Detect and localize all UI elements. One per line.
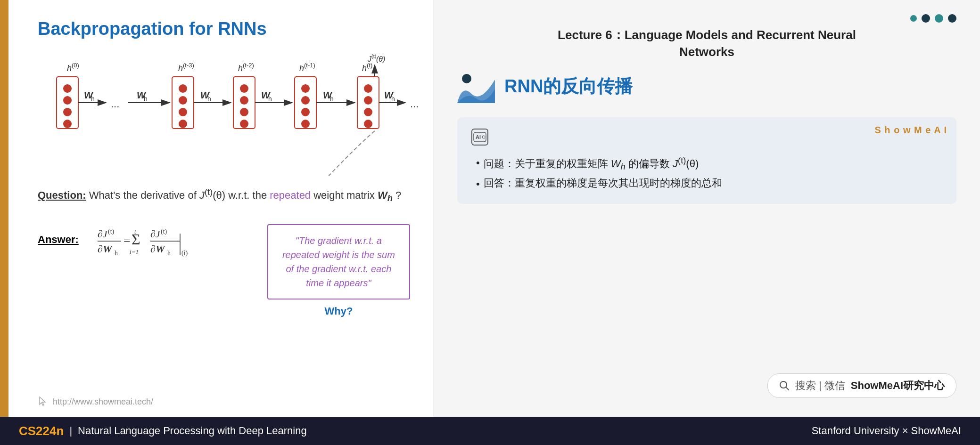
svg-text:h: h: [268, 95, 272, 103]
svg-text:(t): (t): [108, 228, 115, 235]
footer-url: http://www.showmeai.tech/: [53, 397, 153, 407]
repeated-word: repeated: [270, 189, 311, 201]
svg-text:h: h: [178, 64, 183, 73]
question-text: Question: What's the derivative of J(t)(…: [38, 185, 410, 205]
cursor-icon: [38, 396, 49, 407]
svg-text:(t-1): (t-1): [304, 62, 315, 69]
svg-point-33: [301, 120, 310, 128]
dot-dark1: [922, 14, 930, 23]
answer-section: Answer: ∂J (t) ∂W h = t Σ i=1 ∂J (t): [38, 219, 410, 317]
svg-point-18: [63, 120, 72, 128]
dot-teal1: [935, 14, 943, 23]
rnn-cn-title: RNN的反向传播: [504, 74, 633, 98]
lecture-header: Lecture 6：Language Models and Recurrent …: [457, 26, 956, 61]
bottom-bar: CS224n | Natural Language Processing wit…: [0, 417, 980, 445]
svg-text:(t-2): (t-2): [243, 62, 254, 69]
formula-svg: ∂J (t) ∂W h = t Σ i=1 ∂J (t) ∂W h: [98, 223, 248, 266]
svg-point-28: [240, 120, 248, 128]
svg-text:∂J: ∂J: [98, 228, 108, 240]
bottom-left: CS224n | Natural Language Processing wit…: [19, 424, 307, 438]
cs-label: CS224n: [19, 424, 64, 438]
svg-point-26: [240, 96, 248, 105]
search-bar[interactable]: 搜索 | 微信 ShowMeAI研究中心: [767, 373, 956, 398]
svg-text:(0): (0): [72, 62, 79, 69]
svg-text:h: h: [91, 95, 95, 103]
answer-label: Answer:: [38, 234, 79, 246]
svg-point-15: [63, 84, 72, 93]
bullet-item-1: • 问题：关于重复的权重矩阵 Wh 的偏导数 J(t)(θ): [471, 153, 942, 174]
svg-text:h: h: [115, 250, 118, 257]
svg-point-22: [179, 108, 187, 116]
svg-point-35: [364, 84, 372, 93]
svg-text:h: h: [299, 64, 304, 73]
svg-point-16: [63, 96, 72, 105]
bullet-dot-2: •: [476, 175, 480, 193]
svg-line-81: [786, 387, 789, 390]
svg-point-27: [240, 108, 248, 116]
svg-text:h: h: [167, 250, 171, 257]
question-body: What's the derivative of J(t)(θ) w.r.t. …: [89, 189, 401, 201]
svg-text:h: h: [207, 95, 211, 103]
search-text: 搜索 | 微信: [795, 379, 845, 393]
svg-text:∂J: ∂J: [150, 228, 161, 240]
svg-point-31: [301, 96, 310, 105]
svg-text:...: ...: [111, 98, 119, 110]
slide-title: Backpropagation for RNNs: [38, 19, 410, 39]
svg-text:h: h: [238, 64, 243, 73]
svg-text:(t): (t): [371, 53, 376, 59]
svg-point-17: [63, 108, 72, 116]
svg-text:(t): (t): [161, 228, 167, 235]
svg-text:AI: AI: [476, 134, 481, 140]
ai-icon: AI: [471, 129, 488, 146]
lecture-line1: Lecture 6：Language Models and Recurrent …: [457, 26, 956, 43]
svg-text:...: ...: [410, 98, 419, 110]
slide-area: Backpropagation for RNNs h (0) h (t-3) h…: [0, 0, 434, 417]
svg-text:h: h: [144, 95, 148, 103]
rnn-title-row: RNN的反向传播: [457, 70, 956, 103]
slide-content: Backpropagation for RNNs h (0) h (t-3) h…: [14, 0, 434, 417]
svg-point-38: [364, 120, 372, 128]
bottom-divider: |: [69, 425, 72, 437]
svg-point-25: [240, 84, 248, 93]
svg-text:Σ: Σ: [132, 231, 140, 248]
purple-box: "The gradient w.r.t. a repeated weight i…: [267, 224, 410, 299]
bullet-dot-1: •: [476, 154, 480, 174]
bullet-text-2: 回答：重复权重的梯度是每次其出现时的梯度的总和: [484, 174, 722, 193]
why-text: Why?: [267, 305, 410, 317]
svg-point-76: [462, 74, 471, 83]
slide-footer: http://www.showmeai.tech/: [38, 396, 153, 407]
math-formula: ∂J (t) ∂W h = t Σ i=1 ∂J (t) ∂W h: [98, 223, 248, 267]
svg-text:(θ): (θ): [376, 55, 385, 63]
bullet-item-2: • 回答：重复权重的梯度是每次其出现时的梯度的总和: [471, 174, 942, 193]
svg-point-32: [301, 108, 310, 116]
svg-text:h: h: [362, 64, 367, 73]
showmeai-brand: S h o w M e A I: [874, 125, 947, 136]
svg-point-37: [364, 108, 372, 116]
rnn-svg: h (0) h (t-3) h (t-2) h (t-1) h (t) J (t…: [38, 53, 443, 176]
svg-text:=: =: [124, 234, 131, 247]
svg-text:(t-3): (t-3): [183, 62, 194, 69]
ai-svg-icon: AI: [473, 132, 486, 142]
search-icon: [779, 380, 790, 391]
svg-text:h: h: [391, 95, 395, 103]
bullet-text-1: 问题：关于重复的权重矩阵 Wh 的偏导数 J(t)(θ): [484, 153, 699, 174]
slide-accent: [0, 0, 8, 417]
svg-point-20: [179, 84, 187, 93]
svg-point-21: [179, 96, 187, 105]
bottom-right: Stanford University × ShowMeAI: [812, 425, 961, 437]
svg-text:h: h: [67, 64, 72, 73]
showmeai-card: S h o w M e A I AI • 问题：关于重复的权重矩阵 Wh 的偏导…: [457, 117, 956, 204]
rnn-icon: [457, 70, 495, 103]
svg-text:i=1: i=1: [130, 248, 139, 255]
lecture-line2: Networks: [457, 43, 956, 60]
svg-text:h: h: [330, 95, 334, 103]
svg-point-23: [179, 120, 187, 128]
search-bold-text: ShowMeAI研究中心: [851, 379, 945, 393]
rnn-diagram: h (0) h (t-3) h (t-2) h (t-1) h (t) J (t…: [38, 53, 410, 176]
right-panel: Lecture 6：Language Models and Recurrent …: [434, 0, 980, 417]
purple-quote-container: "The gradient w.r.t. a repeated weight i…: [267, 224, 410, 317]
svg-point-79: [482, 136, 485, 138]
svg-text:(i): (i): [181, 250, 188, 257]
header-dots: [457, 14, 956, 23]
svg-point-30: [301, 84, 310, 93]
